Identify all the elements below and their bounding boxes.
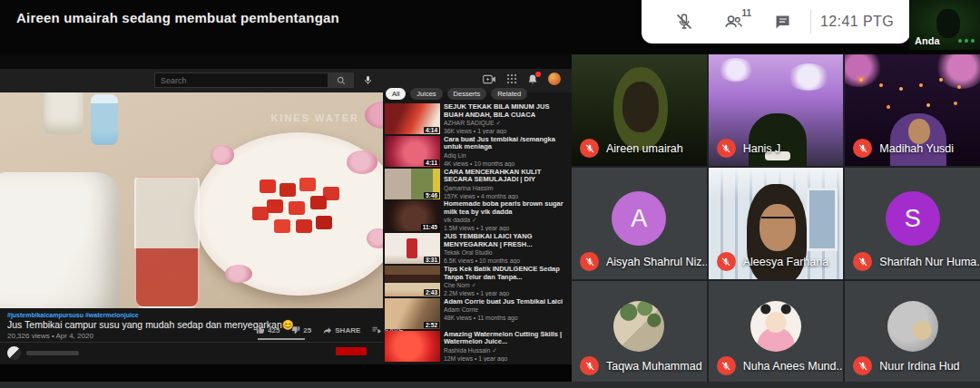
participant-namebar: Aisyah Shahrul Niz... [580,252,707,271]
mic-muted-icon [853,139,872,158]
search-box[interactable] [154,73,328,88]
participant-name: Hanis J [743,142,781,155]
participant-tile-aireen[interactable]: Aireen umairah [572,54,707,166]
scene-shape [807,188,838,251]
video-duration: 4:14 [424,127,439,133]
video-channel: AZHAR SADIQUE ✓ [444,120,570,127]
like-button[interactable]: 425 [256,325,279,335]
share-icon [323,326,332,335]
mic-muted-icon [853,356,872,375]
chip-juices[interactable]: Juices [410,88,442,100]
mic-muted-icon [674,12,694,32]
video-thumbnail: 5:46 [385,169,440,199]
suggested-video[interactable]: Amazing Watermelon Cutting Skills | Wate… [385,331,570,362]
video-views: 157K views • 4 months ago [444,193,570,199]
mic-muted-button[interactable] [660,0,709,44]
video-duration: 2:52 [424,322,439,328]
suggested-video[interactable]: 4:14 SEJUK TEKAK BILA MINUM JUS BUAH AND… [385,103,570,134]
search-input[interactable] [161,76,328,85]
chip-all[interactable]: All [386,88,406,100]
participant-tile-sharifah[interactable]: S Sharifah Nur Huma... [845,168,980,279]
video-hashtags[interactable]: #justembikaicampursusu #watermelonjuice [7,312,139,318]
video-channel: Adiq Lin [444,152,570,160]
video-title: Jus Tembikai campur susu yang mudah seda… [7,319,294,331]
participant-tile-hanis[interactable]: Hanis J [709,54,844,166]
blue-bottle-shape [91,94,118,145]
video-title: Adam Corrie buat Jus Tembikai Laici [444,298,570,306]
chat-button[interactable] [758,0,807,44]
glasses-shape [761,217,794,222]
participant-namebar: Aleesya Farhana [717,252,829,271]
apps-grid-icon[interactable] [506,73,517,84]
participants-button[interactable]: 11 [709,0,758,44]
avatar: A [612,191,666,246]
silhouette-shape [760,204,796,251]
thumb-up-icon [256,325,265,335]
video-title: Cara buat Jus tembikai /semangka untuk m… [444,136,570,151]
video-channel: Tekak Orai Studio [444,249,570,257]
search-icon [337,76,346,85]
search-button[interactable] [328,73,354,88]
suggested-videos-list: 4:14 SEJUK TEKAK BILA MINUM JUS BUAH AND… [385,103,570,363]
self-silhouette [936,9,960,38]
info-divider [0,342,383,343]
notifications-button[interactable] [527,73,538,85]
video-duration: 11:45 [421,224,439,230]
suggested-video[interactable]: 5:46 CARA MENCERAHKAN KULIT SECARA SEMUL… [385,169,570,199]
suggested-video[interactable]: 2:52 Adam Corrie buat Jus Tembikai Laici… [385,298,570,329]
video-title: CARA MENCERAHKAN KULIT SECARA SEMULAJADI… [444,169,570,184]
create-video-icon[interactable] [483,74,496,84]
flower-shape [211,145,234,165]
video-duration: 2:43 [424,289,439,296]
self-view-tile[interactable]: Anda [909,0,980,50]
channel-avatar[interactable] [7,346,21,360]
participant-tile-nuha[interactable]: Nuha Anees Mund... [709,281,844,383]
toolbar-divider [810,10,811,34]
suggested-video[interactable]: 2:43 Tips Kek Batik INDULGENCE Sedap Tan… [385,266,570,296]
flower-shape [365,102,383,129]
video-views: 2.2M views • 1 year ago [444,290,570,296]
like-ratio-bar [258,338,305,340]
avatar [887,301,938,352]
video-view-count: 20,326 views • Apr 4, 2020 [7,332,93,340]
silhouette-shape [622,82,659,132]
video-thumbnail: 3:31 [385,233,440,264]
flower-shape [225,265,252,283]
video-views: 48K views • 11 months ago [444,315,570,322]
video-title: Tips Kek Batik INDULGENCE Sedap Tanpa Te… [444,266,570,281]
channel-name-placeholder [26,351,79,355]
suggested-video[interactable]: 11:45 Homemade boba pearls brown sugar m… [385,200,570,231]
participant-grid: Aireen umairah Hanis J [572,54,980,383]
dislike-button[interactable]: 25 [291,325,311,335]
youtube-window: KINES WATER #justembikaicampursusu #wate… [0,54,572,364]
video-player[interactable]: KINES WATER [0,92,383,308]
video-channel: Adam Corrie [444,306,570,314]
participant-tile-aleesya[interactable]: Aleesya Farhana [709,168,844,279]
voice-search-button[interactable] [359,73,376,88]
share-button[interactable]: SHARE [323,326,360,335]
subscribe-button[interactable] [336,347,367,355]
participant-tile-nuur[interactable]: Nuur Irdina Hud [845,281,980,383]
watermelon-cubes-shape [260,179,276,193]
participant-namebar: Madihah Yusdi [853,139,954,158]
participant-tile-aisyah[interactable]: A Aisyah Shahrul Niz... [572,168,707,279]
chip-related[interactable]: Related [491,88,527,100]
participant-name: Nuur Irdina Hud [879,360,959,373]
self-label: Anda [915,35,940,46]
youtube-top-strip [0,54,572,69]
suggested-video[interactable]: 3:31 JUS TEMBIKAI LAICI YANG MENYEGARKAN… [385,233,570,264]
youtube-account-avatar[interactable] [548,73,561,85]
participant-namebar: Hanis J [717,139,781,158]
participant-tile-madihah[interactable]: Madihah Yusdi [845,54,980,166]
participant-name: Aleesya Farhana [743,256,829,268]
chip-desserts[interactable]: Desserts [447,88,487,100]
clock-text: 12:41 PTG [820,14,894,30]
mic-muted-icon [717,252,736,271]
video-channel: Che Nom ✓ [444,282,570,289]
blender-shape [0,172,120,308]
participant-tile-taqwa[interactable]: Taqwa Muhammad [572,281,707,383]
suggested-video[interactable]: 4:11 Cara buat Jus tembikai /semangka un… [385,136,570,167]
avatar: S [886,191,940,246]
participant-namebar: Nuur Irdina Hud [853,356,959,375]
participant-name: Taqwa Muhammad [606,360,702,373]
